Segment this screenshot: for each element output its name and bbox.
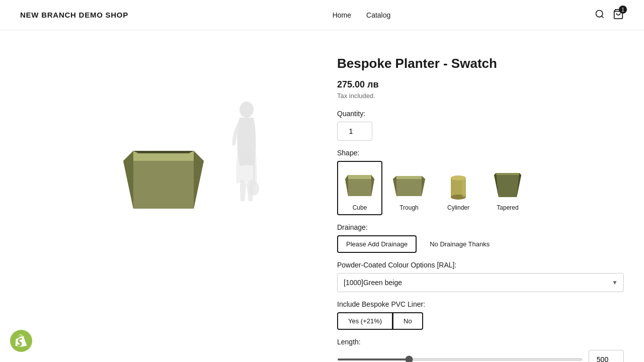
svg-marker-24 [494, 173, 521, 175]
product-title: Bespoke Planter - Swatch [337, 55, 624, 72]
svg-marker-7 [133, 151, 194, 153]
shape-cylinder-label: Cylinder [447, 204, 469, 211]
length-section: Length: [337, 338, 624, 362]
drainage-none-btn[interactable]: No Drainage Thanks [421, 235, 499, 253]
product-price: 275.00 лв [337, 79, 624, 90]
svg-marker-15 [393, 179, 425, 196]
shape-tapered-label: Tapered [497, 204, 518, 211]
main-content: Bespoke Planter - Swatch 275.00 лв Tax i… [0, 30, 644, 362]
shape-option-trough[interactable]: Trough [386, 161, 432, 215]
length-input[interactable] [589, 350, 624, 362]
shape-cube-img [341, 165, 378, 202]
cart-icon[interactable]: 1 [613, 9, 624, 21]
shape-option-cylinder[interactable]: Cylinder [436, 161, 481, 215]
cube-planter-image [113, 126, 214, 216]
svg-marker-6 [123, 151, 133, 209]
svg-marker-5 [194, 151, 204, 209]
svg-marker-18 [422, 176, 425, 196]
drainage-label: Drainage: [337, 223, 624, 231]
svg-rect-9 [253, 131, 255, 186]
svg-marker-17 [393, 176, 396, 196]
quantity-label: Quantity: [337, 110, 624, 118]
shape-trough-img [390, 165, 428, 202]
svg-rect-22 [462, 178, 466, 197]
product-detail-section: Bespoke Planter - Swatch 275.00 лв Tax i… [337, 50, 624, 362]
svg-marker-12 [345, 175, 374, 179]
shape-options: Cube Trough [337, 161, 624, 215]
liner-label: Include Bespoke PVC Liner: [337, 300, 624, 308]
liner-yes-btn[interactable]: Yes (+21%) [337, 312, 393, 330]
quantity-input[interactable] [337, 122, 372, 141]
svg-line-1 [602, 16, 604, 18]
site-header: NEW BRANCH DEMO SHOP Home Catalog 1 [0, 0, 644, 30]
header-icons: 1 [595, 9, 624, 21]
shape-option-cube[interactable]: Cube [337, 161, 382, 215]
tax-info: Tax included. [337, 92, 624, 100]
cart-count-badge: 1 [619, 6, 627, 14]
length-label: Length: [337, 338, 624, 346]
colour-label: Powder-Coated Colour Options [RAL]: [337, 261, 624, 269]
svg-marker-16 [393, 176, 425, 179]
shape-option-tapered[interactable]: Tapered [485, 161, 530, 215]
drainage-options: Please Add Drainage No Drainage Thanks [337, 235, 624, 253]
colour-select[interactable]: [1000]Green beige[1001]Beige[1002]Sand y… [337, 273, 624, 292]
site-logo: NEW BRANCH DEMO SHOP [20, 11, 128, 19]
liner-options: Yes (+21%) No [337, 312, 624, 330]
length-row [337, 350, 624, 362]
shape-cube-label: Cube [353, 204, 367, 211]
svg-marker-11 [345, 179, 374, 196]
product-image-area [20, 70, 307, 272]
liner-no-btn[interactable]: No [393, 312, 423, 330]
shape-tapered-img [489, 165, 526, 202]
colour-select-wrapper: [1000]Green beige[1001]Beige[1002]Sand y… [337, 273, 624, 292]
svg-point-0 [596, 11, 602, 17]
drainage-add-btn[interactable]: Please Add Drainage [337, 235, 417, 253]
svg-marker-14 [371, 175, 374, 196]
shape-label: Shape: [337, 149, 624, 157]
nav-catalog[interactable]: Catalog [366, 11, 390, 19]
nav-home[interactable]: Home [333, 11, 351, 19]
search-icon[interactable] [595, 9, 605, 21]
svg-marker-3 [123, 161, 204, 209]
svg-marker-13 [345, 175, 348, 196]
shape-trough-label: Trough [399, 204, 419, 211]
main-nav: Home Catalog [333, 11, 391, 19]
human-silhouette [221, 101, 267, 206]
svg-point-8 [239, 102, 254, 118]
shopify-badge[interactable] [10, 330, 32, 352]
product-image-section [20, 50, 307, 362]
shape-cylinder-img [440, 165, 477, 202]
length-slider[interactable] [337, 358, 583, 360]
